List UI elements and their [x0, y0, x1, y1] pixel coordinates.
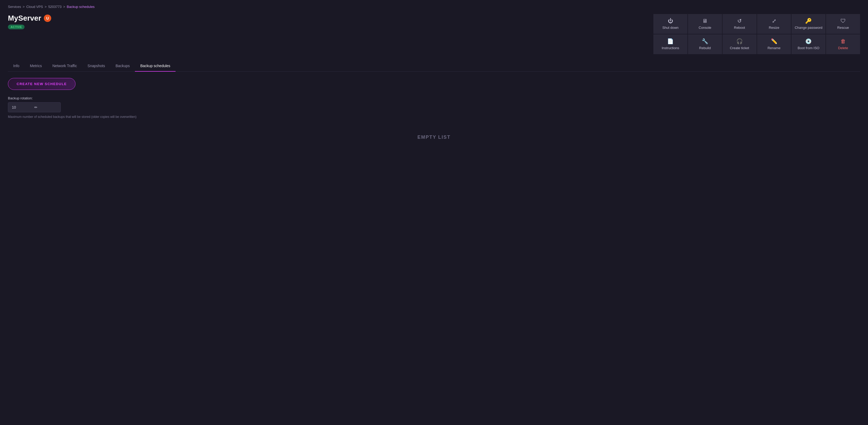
rotation-hint: Maximum number of scheduled backups that…	[8, 115, 166, 119]
action-instructions-button[interactable]: 📄 Instructions	[653, 34, 687, 54]
action-change-password-button[interactable]: 🔑 Change password	[792, 14, 826, 34]
tabs-bar: Info Metrics Network Traffic Snapshots B…	[8, 60, 860, 72]
action-change-password-label: Change password	[795, 26, 822, 30]
reboot-icon: ↺	[737, 18, 742, 24]
tab-backups[interactable]: Backups	[110, 60, 135, 72]
backup-rotation-label: Backup rotation:	[8, 96, 860, 100]
resize-icon: ⤢	[772, 18, 776, 24]
action-rebuild-label: Rebuild	[699, 46, 711, 50]
action-console-label: Console	[699, 26, 711, 30]
tab-backup-schedules[interactable]: Backup schedules	[135, 60, 176, 72]
ubuntu-icon: U	[44, 15, 51, 22]
action-rescue-button[interactable]: 🛡 Rescue	[826, 14, 860, 34]
action-rename-button[interactable]: ✏️ Rename	[757, 34, 791, 54]
tab-snapshots[interactable]: Snapshots	[82, 60, 110, 72]
server-name: MyServer	[8, 14, 41, 23]
action-reboot-label: Reboot	[734, 26, 745, 30]
change-password-icon: 🔑	[805, 18, 812, 24]
breadcrumb-sep-3: >	[63, 5, 65, 9]
action-instructions-label: Instructions	[661, 46, 679, 50]
main-wrapper: Services > Cloud VPS > 5203773 > Backup …	[0, 0, 868, 148]
create-new-schedule-button[interactable]: CREATE NEW SCHEDULE	[8, 78, 75, 90]
action-boot-from-iso-label: Boot from ISO	[798, 46, 819, 50]
server-info: MyServer U ACTIVE	[8, 14, 648, 29]
status-badge: ACTIVE	[8, 25, 25, 29]
action-create-ticket-button[interactable]: 🎧 Create ticket	[722, 34, 756, 54]
shutdown-icon: ⏻	[668, 18, 673, 24]
rotation-input-row: 10 ✏	[8, 102, 61, 112]
action-grid: ⏻ Shut down 🖥 Console ↺ Reboot ⤢ Resize …	[653, 14, 860, 54]
tab-metrics[interactable]: Metrics	[25, 60, 47, 72]
edit-icon[interactable]: ✏	[34, 105, 57, 109]
breadcrumb-current: Backup schedules	[67, 5, 95, 9]
breadcrumb-sep-1: >	[23, 5, 25, 9]
breadcrumb: Services > Cloud VPS > 5203773 > Backup …	[0, 0, 868, 11]
server-header: MyServer U ACTIVE ⏻ Shut down 🖥 Console …	[8, 14, 860, 54]
action-rename-label: Rename	[768, 46, 780, 50]
main-content: MyServer U ACTIVE ⏻ Shut down 🖥 Console …	[0, 11, 868, 148]
action-create-ticket-label: Create ticket	[730, 46, 749, 50]
boot-from-iso-icon: 💿	[805, 38, 812, 44]
action-shutdown-button[interactable]: ⏻ Shut down	[653, 14, 687, 34]
action-rescue-label: Rescue	[837, 26, 849, 30]
action-reboot-button[interactable]: ↺ Reboot	[722, 14, 756, 34]
breadcrumb-sep-2: >	[44, 5, 47, 9]
create-ticket-icon: 🎧	[736, 38, 743, 44]
console-icon: 🖥	[702, 18, 708, 24]
action-console-button[interactable]: 🖥 Console	[688, 14, 722, 34]
instructions-icon: 📄	[667, 38, 674, 44]
rebuild-icon: 🔧	[702, 38, 708, 44]
breadcrumb-services[interactable]: Services	[8, 5, 21, 9]
rename-icon: ✏️	[771, 38, 777, 44]
action-resize-button[interactable]: ⤢ Resize	[757, 14, 791, 34]
tab-network-traffic[interactable]: Network Traffic	[47, 60, 82, 72]
action-delete-label: Delete	[838, 46, 848, 50]
backup-schedules-content: CREATE NEW SCHEDULE Backup rotation: 10 …	[8, 78, 860, 140]
action-resize-label: Resize	[769, 26, 779, 30]
action-boot-from-iso-button[interactable]: 💿 Boot from ISO	[792, 34, 826, 54]
tab-info[interactable]: Info	[8, 60, 25, 72]
rescue-icon: 🛡	[841, 18, 846, 24]
breadcrumb-cloud-vps[interactable]: Cloud VPS	[26, 5, 43, 9]
empty-list: EMPTY LIST	[8, 135, 860, 140]
action-shutdown-label: Shut down	[662, 26, 678, 30]
delete-icon: 🗑	[841, 38, 846, 44]
rotation-value: 10	[12, 105, 34, 109]
breadcrumb-server-id[interactable]: 5203773	[48, 5, 62, 9]
server-name-row: MyServer U	[8, 14, 648, 23]
action-rebuild-button[interactable]: 🔧 Rebuild	[688, 34, 722, 54]
action-delete-button[interactable]: 🗑 Delete	[826, 34, 860, 54]
